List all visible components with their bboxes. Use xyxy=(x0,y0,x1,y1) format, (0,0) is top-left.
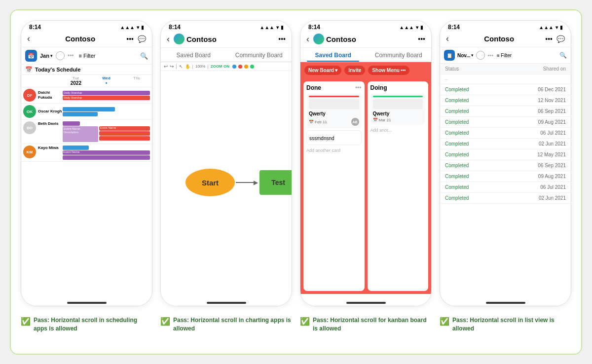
list-item-4[interactable]: Completed 06 Jul 2021 xyxy=(440,128,571,139)
dot-orange xyxy=(244,65,248,69)
kanban-card-text[interactable]: sssmdnsnd xyxy=(306,130,362,145)
undo-btn[interactable]: ↩ xyxy=(164,64,168,69)
more-icon-4[interactable]: ••• xyxy=(545,35,553,43)
more-icon-1[interactable]: ••• xyxy=(126,35,134,43)
list-icon-btn[interactable]: 📋 xyxy=(444,50,455,61)
list-item-0[interactable]: Completed 06 Dec 2021 xyxy=(440,84,571,95)
time-1: 8:14 xyxy=(29,24,41,31)
back-icon-2[interactable]: ‹ xyxy=(167,34,170,44)
hand-btn[interactable]: ✋ xyxy=(185,64,190,69)
tab-saved-board-2[interactable]: Saved Board xyxy=(161,48,226,62)
name-daichi: Daichi Fukuda xyxy=(38,90,63,100)
month-selector-4[interactable]: Nov... ▾ xyxy=(457,53,474,58)
filter-btn-4[interactable]: ≡ Filter xyxy=(497,53,512,58)
list-toolbar: 📋 Nov... ▾ ••• ≡ Filter 🔍 xyxy=(440,47,571,64)
item-status-6: Completed xyxy=(445,152,469,157)
dots-btn[interactable]: ••• xyxy=(68,52,74,59)
card-title: Qwerty xyxy=(309,111,359,116)
tabs-2: Saved Board Community Board xyxy=(161,48,292,62)
status-icons-3: ▲▲▲ ▾ ▮ xyxy=(399,25,423,30)
item-status-4: Completed xyxy=(445,130,469,136)
month-selector[interactable]: Jan ▾ xyxy=(40,53,53,59)
chart-test-node[interactable]: Test xyxy=(259,170,292,195)
kanban-card-qwerty-doing[interactable]: Qwerty 📅 Mar 21 xyxy=(370,93,426,125)
arrow-head: ▶ xyxy=(254,179,258,186)
item-date-6: 12 May 2021 xyxy=(537,152,566,157)
list-item-2[interactable]: Completed 06 Sep 2021 xyxy=(440,106,571,117)
person-row-oscar: OK Oscar Krogh xyxy=(21,104,152,120)
add-card-done[interactable]: Add another card xyxy=(306,147,362,154)
item-status-5: Completed xyxy=(445,141,469,146)
event-bar: Daily Standup xyxy=(63,91,150,95)
status-icons-1: ▲▲▲ ▾ ▮ xyxy=(120,25,144,30)
person-row-beth: BD Beth Davis Event NameDescription Even… xyxy=(21,120,152,144)
chat-icon-4[interactable]: 💬 xyxy=(556,35,565,43)
tab-community-board-3[interactable]: Community Board xyxy=(366,48,432,62)
caption-text-4: Pass: Horizontal scroll in list view is … xyxy=(452,316,571,333)
col-menu-done[interactable]: ••• xyxy=(355,84,362,91)
dot-red xyxy=(238,65,242,69)
new-board-btn[interactable]: New Board ▾ xyxy=(304,66,341,75)
app-logo-3 xyxy=(313,34,324,44)
back-icon-3[interactable]: ‹ xyxy=(306,34,309,44)
tabs-3: Saved Board Community Board xyxy=(300,48,431,62)
list-item-3[interactable]: Completed 09 Aug 2021 xyxy=(440,117,571,128)
app-logo-2 xyxy=(174,34,185,44)
caption-text-1: Pass: Horizontal scroll in scheduling ap… xyxy=(34,316,152,333)
circle-btn-4[interactable] xyxy=(476,51,485,60)
list-item-10[interactable]: Completed 02 Jun 2021 xyxy=(440,193,571,204)
time-2: 8:14 xyxy=(169,24,181,31)
name-kayo: Kayo Miwa xyxy=(38,146,63,150)
status-bar-3: 8:14 ▲▲▲ ▾ ▮ xyxy=(300,21,431,32)
wifi-icon-3: ▾ xyxy=(416,25,418,30)
chat-icon-1[interactable]: 💬 xyxy=(138,35,146,43)
day-col-wed: Wed • xyxy=(91,76,122,86)
check-icon-2: ✅ xyxy=(160,317,170,326)
event-bar xyxy=(63,107,115,111)
search-btn-4[interactable]: 🔍 xyxy=(559,52,567,59)
invite-btn[interactable]: Invite xyxy=(344,66,365,75)
list-item-1[interactable]: Completed 12 Nov 2021 xyxy=(440,95,571,106)
back-icon-1[interactable]: ‹ xyxy=(27,34,30,44)
dots-btn-4[interactable]: ••• xyxy=(487,52,493,58)
list-item-9[interactable]: Completed 06 Jul 2021 xyxy=(440,182,571,193)
chart-start-node[interactable]: Start xyxy=(185,169,235,196)
avatar-daichi: DF xyxy=(23,89,36,102)
battery-icon-2: ▮ xyxy=(281,25,284,30)
schedule-today-label: Today's Schedule xyxy=(35,67,80,73)
list-item-8[interactable]: Completed 09 Aug 2021 xyxy=(440,171,571,182)
list-item-5[interactable]: Completed 02 Jun 2021 xyxy=(440,139,571,149)
circle-btn[interactable] xyxy=(56,51,65,60)
event-bar: Event Name xyxy=(99,126,150,131)
caption-1: ✅ Pass: Horizontal scroll in scheduling … xyxy=(21,316,152,333)
pointer-btn[interactable]: ↖ xyxy=(179,64,183,69)
kanban-action-bar: New Board ▾ Invite Show Menu ••• xyxy=(300,62,431,78)
check-icon-4: ✅ xyxy=(440,317,449,326)
search-btn[interactable]: 🔍 xyxy=(140,52,148,60)
more-icon-3[interactable]: ••• xyxy=(418,35,425,43)
show-menu-btn[interactable]: Show Menu ••• xyxy=(368,66,409,75)
tab-community-board-2[interactable]: Community Board xyxy=(226,48,292,62)
card-bar-red xyxy=(309,96,359,97)
check-icon-1: ✅ xyxy=(21,317,31,326)
calendar-icon-card: 📅 xyxy=(309,120,314,124)
event-bar xyxy=(99,136,150,141)
filter-btn[interactable]: ≡ Filter xyxy=(79,53,96,59)
day-col-tue: Tue 2022 xyxy=(61,76,91,86)
back-icon-4[interactable]: ‹ xyxy=(446,34,449,44)
new-board-label: New Board xyxy=(308,68,334,73)
event-bar xyxy=(99,131,150,136)
list-item-7[interactable]: Completed 06 Sep 2021 xyxy=(440,160,571,171)
week-header: Tue 2022 Wed • Thu xyxy=(21,75,152,87)
more-icon-2[interactable]: ••• xyxy=(278,35,286,43)
add-card-doing[interactable]: Add anot... xyxy=(370,127,426,134)
list-item-6[interactable]: Completed 12 May 2021 xyxy=(440,149,571,160)
home-indicator-4 xyxy=(440,294,571,306)
schedule-persons: DF Daichi Fukuda Daily Standup Daily Sta… xyxy=(21,87,152,294)
redo-btn[interactable]: ↪ xyxy=(170,64,174,69)
tab-saved-board-3[interactable]: Saved Board xyxy=(300,48,366,62)
item-status-8: Completed xyxy=(445,174,469,179)
dash-status: – xyxy=(445,76,448,82)
kanban-card-qwerty-done[interactable]: Qwerty 📅 Feb 11 AB xyxy=(306,93,362,128)
caption-2: ✅ Pass: Horizontal scroll in charting ap… xyxy=(160,316,292,333)
